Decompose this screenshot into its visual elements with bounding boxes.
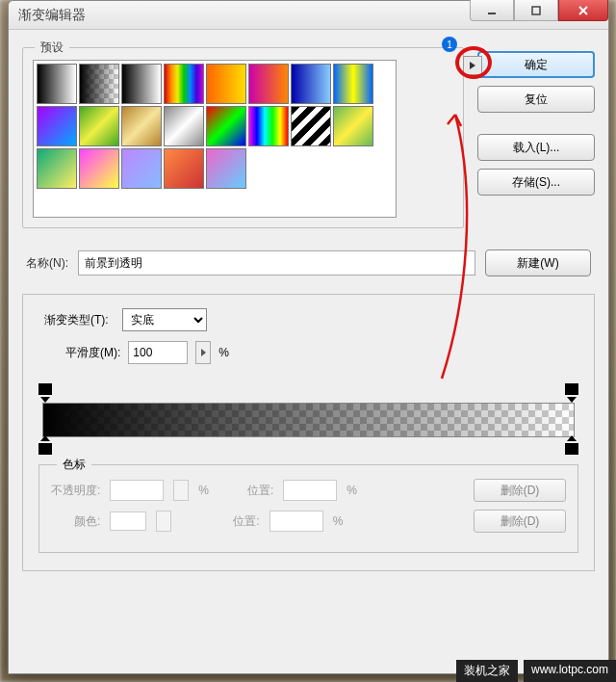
opacity-stop-right[interactable] xyxy=(565,383,578,399)
preset-swatch[interactable] xyxy=(206,148,246,189)
svg-rect-1 xyxy=(532,7,540,14)
annotation-badge: 1 xyxy=(442,37,457,52)
opacity-delete-button: 删除(D) xyxy=(474,479,566,502)
close-button[interactable] xyxy=(558,0,608,21)
color-spinner xyxy=(156,511,171,532)
presets-flyout-button[interactable] xyxy=(463,56,482,75)
opacity-position-field xyxy=(283,480,337,501)
preset-swatch[interactable] xyxy=(121,106,162,146)
gradient-bar[interactable] xyxy=(42,403,575,437)
preset-swatch[interactable] xyxy=(164,106,204,146)
reset-button[interactable]: 复位 xyxy=(477,86,595,113)
preset-swatch[interactable] xyxy=(333,64,373,104)
preset-swatch[interactable] xyxy=(333,106,373,146)
preset-swatch[interactable] xyxy=(37,148,77,189)
opacity-field xyxy=(110,480,164,501)
preset-swatch[interactable] xyxy=(79,64,119,104)
smoothness-label: 平滑度(M): xyxy=(65,345,120,361)
smoothness-spinner[interactable] xyxy=(195,341,211,364)
opacity-position-label: 位置: xyxy=(247,483,273,499)
window-title: 渐变编辑器 xyxy=(18,7,86,24)
smoothness-input[interactable]: 100 xyxy=(128,341,188,364)
preset-swatch[interactable] xyxy=(79,106,119,146)
opacity-spinner xyxy=(173,480,189,501)
preset-swatch[interactable] xyxy=(206,106,246,146)
type-label: 渐变类型(T): xyxy=(38,312,115,328)
color-stop-right[interactable] xyxy=(565,439,578,455)
minimize-button[interactable] xyxy=(470,0,514,21)
preset-swatch[interactable] xyxy=(37,64,77,104)
preset-swatch[interactable] xyxy=(291,106,331,146)
maximize-button[interactable] xyxy=(514,0,558,21)
color-label: 颜色: xyxy=(74,513,100,530)
preset-swatch[interactable] xyxy=(121,64,162,104)
color-position-field xyxy=(270,511,323,532)
gradient-editor-window: 渐变编辑器 预设 1 确定 复位 载入(L)... 存储(S)... xyxy=(8,0,609,674)
name-label: 名称(N): xyxy=(26,255,68,272)
color-stop-left[interactable] xyxy=(38,439,52,455)
opacity-label: 不透明度: xyxy=(51,483,100,499)
presets-group: 预设 1 xyxy=(22,47,464,228)
gradient-bar-area xyxy=(38,381,578,457)
preset-swatch[interactable] xyxy=(79,148,119,189)
preset-swatch[interactable] xyxy=(121,148,162,189)
color-position-label: 位置: xyxy=(233,513,259,530)
new-button[interactable]: 新建(W) xyxy=(485,249,591,276)
save-button[interactable]: 存储(S)... xyxy=(477,169,595,196)
type-select[interactable]: 实底 xyxy=(122,308,207,331)
preset-swatch[interactable] xyxy=(248,106,289,146)
stops-label: 色标 xyxy=(57,457,91,473)
gradient-settings-group: 渐变类型(T): 实底 平滑度(M): 100 % 色标 不透明度: xyxy=(22,294,595,571)
smoothness-unit: % xyxy=(218,346,229,359)
name-input[interactable] xyxy=(78,250,475,275)
preset-swatch[interactable] xyxy=(164,64,204,104)
preset-swatch[interactable] xyxy=(291,64,331,104)
titlebar[interactable]: 渐变编辑器 xyxy=(9,1,608,30)
preset-swatch[interactable] xyxy=(206,64,246,104)
preset-swatch[interactable] xyxy=(248,64,289,104)
color-well xyxy=(110,512,146,531)
load-button[interactable]: 载入(L)... xyxy=(477,134,595,161)
opacity-stop-left[interactable] xyxy=(38,383,52,399)
ok-button[interactable]: 确定 xyxy=(477,51,595,78)
presets-label: 预设 xyxy=(35,39,69,56)
watermark: 装机之家www.lotpc.com xyxy=(450,660,616,682)
preset-swatch[interactable] xyxy=(37,106,77,146)
preset-swatch[interactable] xyxy=(164,148,204,189)
preset-swatch-grid xyxy=(33,60,397,218)
stops-group: 色标 不透明度: % 位置: % 删除(D) 颜色: 位置: xyxy=(38,464,578,553)
color-delete-button: 删除(D) xyxy=(474,510,566,533)
